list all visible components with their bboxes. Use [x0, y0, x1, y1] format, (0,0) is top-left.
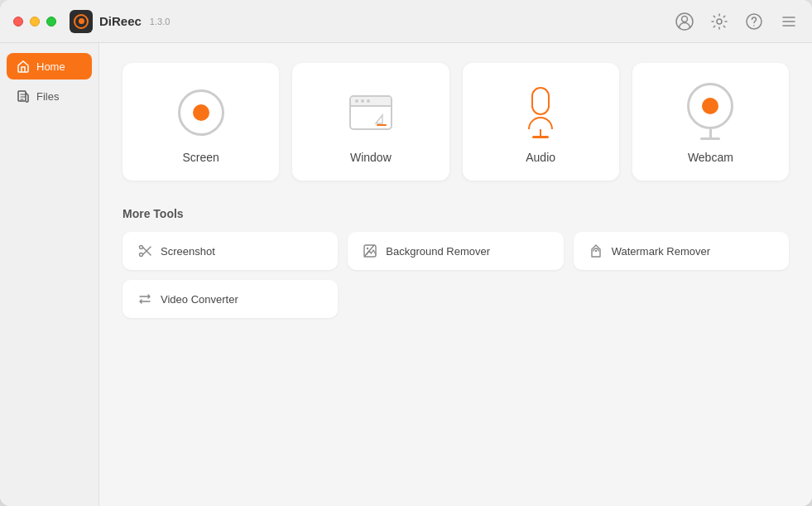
- help-icon[interactable]: [744, 12, 764, 31]
- webcam-label: Webcam: [688, 151, 733, 164]
- mic-stand: [528, 117, 553, 138]
- app-brand: DiReec 1.3.0: [70, 10, 170, 33]
- svg-point-4: [753, 25, 755, 27]
- recording-cards-grid: Screen: [123, 63, 789, 181]
- content-area: Screen: [99, 43, 812, 506]
- background-remover-button[interactable]: Background Remover: [348, 232, 563, 270]
- app-version: 1.3.0: [150, 17, 170, 27]
- window-topbar: [351, 97, 391, 107]
- settings-icon[interactable]: [709, 12, 729, 31]
- audio-card[interactable]: Audio: [463, 63, 619, 181]
- title-bar: DiReec 1.3.0: [0, 0, 812, 43]
- scissors-icon: [137, 243, 152, 258]
- sidebar-files-label: Files: [36, 90, 59, 103]
- bg-remove-icon: [363, 243, 377, 258]
- main-layout: Home Files: [0, 43, 812, 506]
- logo-ring: [74, 14, 89, 29]
- webcam-outer: [687, 83, 733, 129]
- audio-icon: [514, 86, 567, 139]
- close-button[interactable]: [13, 17, 23, 27]
- svg-point-15: [594, 250, 596, 252]
- audio-label: Audio: [526, 151, 555, 164]
- logo-dot: [79, 18, 84, 24]
- home-icon: [17, 60, 30, 73]
- app-name: DiReec: [99, 14, 142, 28]
- svg-point-2: [717, 19, 722, 24]
- svg-point-1: [682, 16, 688, 22]
- app-window: DiReec 1.3.0: [0, 0, 812, 506]
- watermark-remover-button[interactable]: Watermark Remover: [574, 232, 789, 270]
- app-logo: [70, 10, 93, 33]
- more-tools-heading: More Tools: [123, 207, 789, 220]
- window-box: [349, 95, 392, 130]
- title-bar-actions: [675, 12, 799, 31]
- traffic-lights: [13, 17, 56, 27]
- sidebar: Home Files: [0, 43, 99, 506]
- webcam-inner: [702, 98, 718, 114]
- window-label: Window: [350, 151, 392, 164]
- svg-point-13: [367, 248, 368, 249]
- minimize-button[interactable]: [30, 17, 40, 27]
- tools-grid: Screenshot Background Remover: [123, 232, 789, 318]
- webcam-neck: [709, 129, 712, 137]
- menu-icon[interactable]: [779, 12, 799, 31]
- webcam-area: [687, 83, 733, 140]
- files-icon: [17, 89, 30, 103]
- screen-icon-inner: [193, 104, 209, 121]
- mic-arc: [528, 117, 553, 129]
- watermark-icon: [589, 243, 603, 258]
- mic-body: [531, 87, 550, 115]
- video-converter-button[interactable]: Video Converter: [123, 280, 338, 318]
- sidebar-item-home[interactable]: Home: [7, 53, 92, 80]
- webcam-foot: [700, 137, 720, 140]
- screen-label: Screen: [182, 151, 219, 164]
- maximize-button[interactable]: [46, 17, 56, 27]
- screen-card[interactable]: Screen: [123, 63, 279, 181]
- mic-pole: [540, 129, 542, 136]
- screenshot-button[interactable]: Screenshot: [123, 232, 338, 270]
- watermark-remover-label: Watermark Remover: [612, 245, 710, 258]
- window-icon: [344, 86, 397, 139]
- background-remover-label: Background Remover: [386, 245, 490, 258]
- window-card[interactable]: Window: [292, 63, 449, 181]
- mic-base: [532, 136, 549, 138]
- profile-icon[interactable]: [675, 12, 694, 31]
- more-tools-section: More Tools Screenshot: [123, 207, 789, 318]
- webcam-icon: [684, 86, 737, 139]
- sidebar-home-label: Home: [36, 60, 65, 73]
- sidebar-item-files[interactable]: Files: [7, 83, 92, 109]
- screen-icon: [175, 86, 228, 139]
- convert-icon: [137, 292, 152, 306]
- screenshot-label: Screenshot: [161, 245, 215, 258]
- screen-icon-outer: [178, 89, 224, 136]
- video-converter-label: Video Converter: [161, 293, 238, 306]
- svg-marker-6: [376, 115, 382, 123]
- webcam-card[interactable]: Webcam: [632, 63, 789, 181]
